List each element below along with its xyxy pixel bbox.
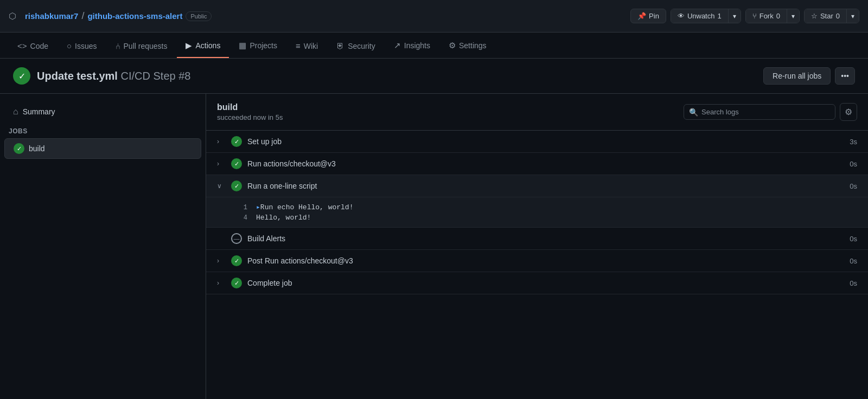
page-title: Update test.yml CI/CD Step #8 <box>37 70 190 82</box>
fork-count: 0 <box>776 12 780 20</box>
job-name: build <box>29 144 45 153</box>
gear-icon: ⚙ <box>845 107 852 117</box>
log-settings-button[interactable]: ⚙ <box>840 103 857 121</box>
repo-name[interactable]: github-actions-sms-alert <box>87 11 182 21</box>
tab-code[interactable]: <> Code <box>9 36 57 58</box>
star-split: ☆ Star 0 ▾ <box>804 9 859 23</box>
page-header-actions: Re-run all jobs ••• <box>763 67 855 85</box>
step-time-checkout: 0s <box>850 160 857 168</box>
tab-settings[interactable]: ⚙ Settings <box>440 35 495 58</box>
star-button[interactable]: ☆ Star 0 <box>805 9 847 23</box>
tab-wiki-label: Wiki <box>304 42 318 50</box>
build-title: build <box>217 102 283 112</box>
step-time-setup: 3s <box>850 138 857 146</box>
build-subtitle: succeeded now in 5s <box>217 113 283 121</box>
star-dropdown[interactable]: ▾ <box>847 9 859 23</box>
chevron-right-icon: › <box>217 257 226 265</box>
visibility-badge: Public <box>186 11 212 21</box>
step-name-checkout: Run actions/checkout@v3 <box>247 159 844 168</box>
step-row-post-checkout[interactable]: › ✓ Post Run actions/checkout@v3 0s <box>206 250 868 272</box>
chevron-right-icon: › <box>217 279 226 287</box>
step-success-icon: ✓ <box>231 136 242 147</box>
step-name-complete: Complete job <box>247 279 844 287</box>
star-label: Star <box>820 12 833 20</box>
log-content: 1 ▸Run echo Hello, world! 4 Hello, world… <box>206 197 868 228</box>
build-info: build succeeded now in 5s <box>217 102 283 121</box>
tab-insights-label: Insights <box>404 41 430 50</box>
chevron-right-icon: › <box>217 138 226 145</box>
tab-actions[interactable]: ▶ Actions <box>177 35 229 58</box>
step-success-icon: ✓ <box>231 278 242 288</box>
more-options-button[interactable]: ••• <box>835 67 855 85</box>
step-row-complete[interactable]: › ✓ Complete job 0s <box>206 272 868 294</box>
step-row-build-alerts[interactable]: — Build Alerts 0s <box>206 228 868 250</box>
tab-settings-label: Settings <box>459 41 487 50</box>
settings-icon: ⚙ <box>449 41 456 50</box>
fork-dropdown[interactable]: ▾ <box>787 9 799 23</box>
insights-icon: ↗ <box>394 41 401 50</box>
tab-wiki[interactable]: ≡ Wiki <box>287 36 327 58</box>
fork-button[interactable]: ⑂ Fork 0 <box>746 9 787 23</box>
tab-security-label: Security <box>348 42 375 50</box>
star-count: 0 <box>836 12 840 20</box>
log-line-text-2: Hello, world! <box>256 214 311 222</box>
step-time-post-checkout: 0s <box>850 257 857 265</box>
unwatch-label: Unwatch <box>687 12 715 20</box>
actions-icon: ▶ <box>186 41 192 50</box>
workflow-step: CI/CD Step #8 <box>121 70 191 82</box>
step-row-script[interactable]: ∨ ✓ Run a one-line script 0s <box>206 175 868 197</box>
unwatch-count: 1 <box>717 12 721 20</box>
step-name-build-alerts: Build Alerts <box>247 234 844 243</box>
jobs-label: Jobs <box>0 121 206 138</box>
tab-insights[interactable]: ↗ Insights <box>385 35 439 58</box>
step-skip-icon: — <box>231 233 242 244</box>
fork-label: Fork <box>760 12 774 20</box>
code-icon: <> <box>17 41 27 50</box>
sidebar-summary[interactable]: ⌂ Summary <box>4 102 201 121</box>
tab-pull-requests[interactable]: ⑃ Pull requests <box>107 36 176 58</box>
eye-icon: 👁 <box>678 12 685 20</box>
step-name-setup: Set up job <box>247 137 844 146</box>
tab-issues-label: Issues <box>75 42 97 50</box>
unwatch-split: 👁 Unwatch 1 ▾ <box>671 9 741 23</box>
search-logs-input[interactable] <box>684 104 835 120</box>
step-name-script: Run a one-line script <box>247 182 844 190</box>
unwatch-button[interactable]: 👁 Unwatch 1 <box>671 9 729 23</box>
step-success-icon: ✓ <box>231 181 242 191</box>
main-content: build succeeded now in 5s 🔍 ⚙ › ✓ Set up… <box>206 94 868 399</box>
projects-icon: ▦ <box>239 41 246 50</box>
chevron-right-icon: › <box>217 160 226 168</box>
unwatch-dropdown[interactable]: ▾ <box>729 9 741 23</box>
tab-pull-requests-label: Pull requests <box>124 42 168 50</box>
search-input-wrap: 🔍 <box>684 104 835 120</box>
log-line-1[interactable]: 1 ▸Run echo Hello, world! <box>237 202 857 213</box>
fork-split: ⑂ Fork 0 ▾ <box>745 9 800 23</box>
sidebar-job-build[interactable]: ✓ build <box>4 138 201 159</box>
repo-title: rishabkumar7 / github-actions-sms-alert … <box>25 10 212 22</box>
db-icon: ⬡ <box>9 11 16 21</box>
pull-requests-icon: ⑃ <box>116 41 120 50</box>
commit-message: Update test.yml <box>37 70 118 82</box>
tab-actions-label: Actions <box>195 41 220 50</box>
step-time-script: 0s <box>850 182 857 190</box>
search-icon: 🔍 <box>689 108 698 117</box>
pin-icon: 📌 <box>637 12 646 20</box>
pin-button[interactable]: 📌 Pin <box>630 9 666 23</box>
tab-issues[interactable]: ○ Issues <box>58 36 106 58</box>
chevron-down-icon: ∨ <box>217 182 226 190</box>
star-icon: ☆ <box>811 12 818 20</box>
rerun-all-button[interactable]: Re-run all jobs <box>763 67 831 85</box>
step-row-checkout[interactable]: › ✓ Run actions/checkout@v3 0s <box>206 153 868 175</box>
tab-projects[interactable]: ▦ Projects <box>230 35 286 58</box>
step-row-setup[interactable]: › ✓ Set up job 3s <box>206 131 868 153</box>
title-separator: / <box>81 10 84 22</box>
house-icon: ⌂ <box>13 107 18 117</box>
summary-label: Summary <box>23 107 55 116</box>
run-success-icon: ✓ <box>13 67 30 85</box>
log-line-2[interactable]: 4 Hello, world! <box>237 213 857 223</box>
tabs-nav: <> Code ○ Issues ⑃ Pull requests ▶ Actio… <box>0 33 868 59</box>
repo-owner[interactable]: rishabkumar7 <box>25 11 78 21</box>
top-actions: 📌 Pin 👁 Unwatch 1 ▾ ⑂ Fork 0 ▾ ☆ Star 0 <box>630 9 859 23</box>
job-success-icon: ✓ <box>14 143 24 154</box>
tab-security[interactable]: ⛨ Security <box>328 36 384 58</box>
